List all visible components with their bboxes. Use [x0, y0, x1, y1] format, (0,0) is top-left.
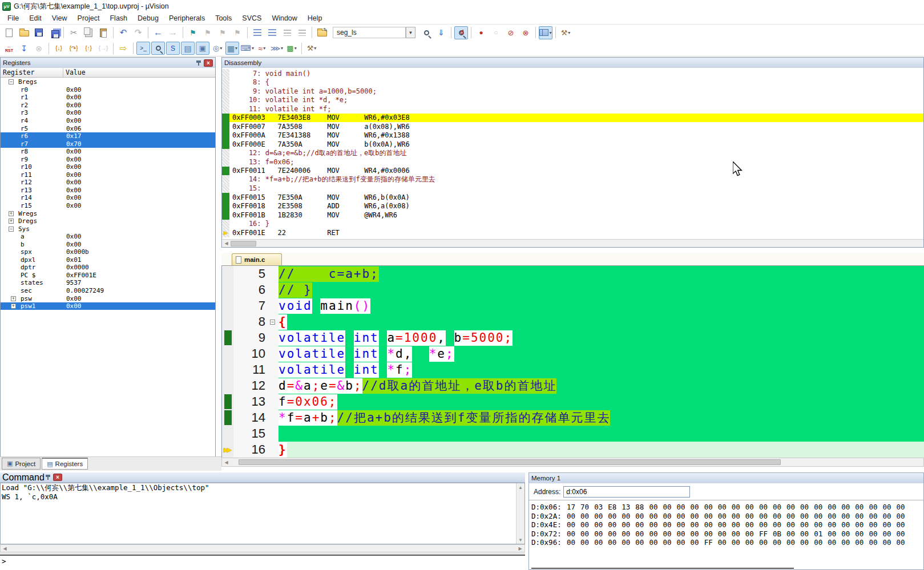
memory-byte[interactable]: 00	[677, 503, 685, 512]
editor-line[interactable]: 6// }	[222, 282, 924, 298]
memory-byte[interactable]: 00	[800, 529, 809, 539]
memory-byte[interactable]: 00	[786, 503, 795, 512]
memory-byte[interactable]: 00	[567, 538, 575, 547]
disassembly-line[interactable]: 0xFF0003 7E3403E8 MOV WR6,#0x03E8	[222, 114, 923, 123]
memory-byte[interactable]: 00	[677, 520, 685, 529]
memory-byte[interactable]: 00	[773, 538, 781, 547]
target-select[interactable]: seg_ls	[333, 27, 406, 38]
memory-byte[interactable]: 00	[718, 520, 727, 529]
memory-byte[interactable]: 00	[649, 538, 657, 547]
register-row[interactable]: r10x00	[1, 94, 215, 102]
memory-byte[interactable]: 00	[786, 538, 795, 547]
expand-icon[interactable]: +	[9, 211, 14, 216]
memory-byte[interactable]: 00	[814, 520, 822, 529]
memory-byte[interactable]: 00	[663, 520, 671, 529]
memory-byte[interactable]: 00	[663, 529, 671, 539]
disassembly-line[interactable]: 10: volatile int *d, *e;	[222, 96, 923, 105]
register-row[interactable]: r80x00	[1, 148, 215, 156]
clear-all-bookmarks-icon[interactable]: ⚑	[231, 26, 244, 39]
memory-byte[interactable]: 70	[580, 503, 589, 512]
memory-byte[interactable]: 00	[759, 512, 768, 521]
find-in-files-icon[interactable]	[419, 26, 433, 39]
editor-hscrollbar[interactable]: ◀	[221, 458, 924, 467]
memory-byte[interactable]: 00	[732, 538, 740, 547]
register-row[interactable]: −Bregs	[1, 78, 215, 86]
memory-byte[interactable]: 00	[649, 503, 657, 512]
memory-byte[interactable]: 00	[691, 529, 699, 539]
cut-icon[interactable]: ✂	[67, 26, 80, 39]
code-text[interactable]: volatile int a=1000, b=5000;	[279, 330, 924, 346]
memory-byte[interactable]: 00	[855, 529, 864, 539]
insert-breakpoint-icon[interactable]: ●	[474, 26, 488, 39]
download-icon[interactable]: ⇓	[434, 26, 448, 39]
disassembly-window-icon[interactable]	[151, 42, 165, 55]
memory-byte[interactable]: 00	[841, 538, 850, 547]
menu-file[interactable]: File	[2, 13, 24, 23]
memory-byte[interactable]: 00	[869, 538, 877, 547]
memory-byte[interactable]: 00	[841, 529, 850, 539]
indent-right-icon[interactable]	[265, 26, 279, 39]
memory-byte[interactable]: 00	[677, 538, 685, 547]
register-row[interactable]: a0x00	[1, 233, 215, 241]
memory-byte[interactable]: 00	[635, 538, 644, 547]
memory-byte[interactable]: 00	[649, 512, 657, 521]
memory-byte[interactable]: 00	[745, 512, 754, 521]
disassembly-content[interactable]: 7: void main() 8: { 9: volatile int a=10…	[222, 68, 923, 240]
new-file-icon[interactable]	[2, 26, 16, 39]
editor-line[interactable]: 15	[222, 426, 924, 442]
memory-byte[interactable]: 00	[882, 520, 891, 529]
memory-byte[interactable]: 00	[759, 503, 768, 512]
expand-icon[interactable]: +	[9, 219, 14, 224]
register-row[interactable]: dpxl0x01	[1, 256, 215, 264]
configure-flash-tools-icon[interactable]	[315, 26, 329, 39]
memory-byte[interactable]: 00	[622, 529, 630, 539]
memory-byte[interactable]: 00	[855, 503, 864, 512]
memory-byte[interactable]: 13	[622, 503, 630, 512]
menu-debug[interactable]: Debug	[132, 13, 164, 23]
run-icon[interactable]: ↧	[17, 42, 31, 55]
memory-row[interactable]: D:0x96:00000000000000000000FF00000000000…	[531, 538, 923, 547]
register-row[interactable]: +Wregs	[1, 209, 215, 217]
memory-byte[interactable]: 00	[897, 529, 905, 539]
memory-byte[interactable]: 00	[882, 503, 891, 512]
memory-byte[interactable]: 00	[897, 538, 905, 547]
source-editor[interactable]: 5// c=a+b;6// }7void main()8−{9volatile …	[221, 266, 924, 458]
memory-byte[interactable]: 00	[580, 538, 589, 547]
pin-icon[interactable]	[195, 59, 202, 66]
step-over-icon[interactable]: {↷}	[67, 42, 80, 55]
memory-byte[interactable]: 00	[704, 512, 713, 521]
memory-byte[interactable]: 00	[745, 503, 754, 512]
memory-byte[interactable]: 00	[869, 503, 877, 512]
fold-collapse-icon[interactable]: −	[270, 320, 275, 325]
memory-byte[interactable]: 00	[580, 512, 589, 521]
memory-byte[interactable]: 00	[786, 520, 795, 529]
command-output[interactable]: Load "G:\\何宾\\第七集\\example_1_1\\Objects\…	[0, 483, 525, 544]
scroll-up-icon[interactable]: ▲	[517, 483, 525, 491]
memory-row[interactable]: D:0x72:0000000000000000000000000000FF0B0…	[531, 529, 923, 539]
disassembly-line[interactable]: 0xFF0015 7E350A MOV WR6,b(0x0A)	[222, 193, 923, 202]
memory-byte[interactable]: 00	[869, 520, 877, 529]
memory-byte[interactable]: FF	[704, 538, 713, 547]
register-row[interactable]: r130x00	[1, 187, 215, 195]
memory-byte[interactable]: 00	[622, 538, 630, 547]
memory-byte[interactable]: 00	[800, 538, 809, 547]
memory-byte[interactable]: FF	[759, 529, 768, 539]
register-row[interactable]: r30x00	[1, 109, 215, 117]
disassembly-hscrollbar[interactable]: ◀	[222, 239, 923, 247]
comment-selection-icon[interactable]	[280, 26, 294, 39]
memory-byte[interactable]: 00	[732, 512, 740, 521]
memory-byte[interactable]: 00	[814, 512, 822, 521]
disable-all-breakpoints-icon[interactable]: ⊘	[504, 26, 518, 39]
save-all-icon[interactable]	[47, 26, 60, 39]
disassembly-line[interactable]: 0xFF000A 7E341388 MOV WR6,#0x1388	[222, 131, 923, 140]
memory-byte[interactable]: 00	[622, 520, 630, 529]
memory-byte[interactable]: 00	[773, 503, 781, 512]
register-row[interactable]: spx0x000b	[1, 248, 215, 256]
register-row[interactable]: r00x00	[1, 86, 215, 94]
disassembly-line[interactable]: 0xFF001B 1B2830 MOV @WR4,WR6	[222, 211, 923, 220]
memory-byte[interactable]: 00	[691, 503, 699, 512]
register-row[interactable]: b0x00	[1, 240, 215, 248]
register-column-header[interactable]: Register	[1, 68, 63, 77]
tab-project[interactable]: ▣Project	[2, 458, 41, 470]
memory-byte[interactable]: 00	[897, 512, 905, 521]
